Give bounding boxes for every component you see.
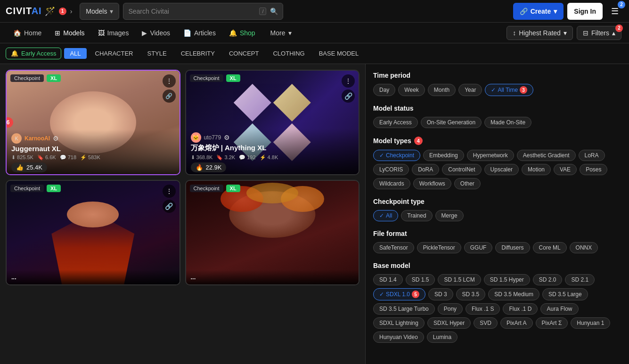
chip-sd35-large[interactable]: SD 3.5 Large — [542, 288, 588, 300]
chip-merge[interactable]: Merge — [435, 210, 464, 221]
chip-vae[interactable]: VAE — [554, 164, 577, 175]
chip-hypernetwork[interactable]: Hypernetwork — [467, 150, 514, 161]
chip-week[interactable]: Week — [398, 84, 425, 96]
chip-aesthetic-gradient[interactable]: Aesthetic Gradient — [517, 150, 576, 161]
tag-clothing[interactable]: CLOTHING — [267, 48, 310, 59]
sdxl-num-badge: 5 — [412, 291, 419, 298]
chip-hunyuan-video[interactable]: Hunyuan Video — [373, 332, 424, 343]
chip-month[interactable]: Month — [428, 84, 456, 96]
chip-trained[interactable]: Trained — [401, 210, 432, 221]
model-card-anything[interactable]: Checkpoint XL ⋮ 🔗 🐱 uto779 ⚙ 万象熔炉 | Anyt… — [185, 70, 360, 175]
filters-button[interactable]: ⊟ Filters 2 ▴ — [577, 26, 621, 40]
tag-base-model[interactable]: BASE MODEL — [313, 48, 365, 59]
chip-lora[interactable]: LoRA — [579, 150, 605, 161]
chip-poses[interactable]: Poses — [580, 164, 607, 175]
nav-arrow-icon[interactable]: › — [70, 8, 73, 15]
chip-sdxl10[interactable]: ✓ SDXL 1.0 5 — [373, 288, 425, 300]
chip-dora[interactable]: DoRA — [412, 164, 439, 175]
chip-aura-flow[interactable]: Aura Flow — [540, 303, 578, 315]
chip-all-checkpoint[interactable]: ✓ All — [373, 210, 398, 221]
chip-core-ml[interactable]: Core ML — [533, 242, 567, 253]
chip-workflows[interactable]: Workflows — [413, 178, 451, 189]
chip-upscaler[interactable]: Upscaler — [484, 164, 519, 175]
tag-all[interactable]: ALL — [64, 48, 86, 59]
chip-lycoris[interactable]: LyCORIS — [373, 164, 409, 175]
chip-safetensor[interactable]: SafeTensor — [373, 242, 414, 253]
chip-sd15[interactable]: SD 1.5 — [406, 274, 435, 285]
chip-flux1s[interactable]: Flux .1 S — [466, 303, 500, 315]
card-menu-button[interactable]: ⋮ — [163, 74, 176, 88]
chip-on-site-gen[interactable]: On-Site Generation — [421, 117, 482, 128]
models-label: Models — [86, 8, 107, 15]
tag-character[interactable]: CHARACTER — [90, 48, 139, 59]
model-card-floral[interactable]: Checkpoint XL ... — [185, 180, 360, 285]
chip-sd35-medium[interactable]: SD 3.5 Medium — [488, 288, 539, 300]
nav-articles[interactable]: 📄 Articles — [178, 26, 221, 40]
chip-pickletensor[interactable]: PickleTensor — [417, 242, 461, 253]
search-input[interactable] — [128, 8, 255, 15]
chip-checkpoint[interactable]: ✓ Checkpoint — [373, 150, 420, 161]
chip-wildcards[interactable]: Wildcards — [373, 178, 410, 189]
tag-celebrity[interactable]: CELEBRITY — [175, 48, 221, 59]
nav-home[interactable]: 🏠 Home — [8, 26, 47, 40]
chip-pony[interactable]: Pony — [438, 303, 463, 315]
nav-videos[interactable]: ▶ Videos — [136, 26, 176, 40]
search-icon[interactable]: 🔍 — [270, 8, 278, 15]
logo[interactable]: CIVITAI 🪄 1 › — [6, 6, 72, 16]
nav-more[interactable]: More ▾ — [265, 26, 297, 40]
chip-all-time[interactable]: ✓ All Time 3 — [485, 84, 533, 96]
chip-sdxl-lightning[interactable]: SDXL Lightning — [373, 317, 425, 329]
chip-early-access[interactable]: Early Access — [373, 117, 418, 128]
chip-year[interactable]: Year — [458, 84, 482, 96]
chip-hunyuan1[interactable]: Hunyuan 1 — [571, 317, 610, 329]
checkpoint-type-chips: ✓ All Trained Merge — [373, 210, 621, 221]
early-access-tag[interactable]: 🔔 Early Access — [6, 48, 61, 59]
model-card-juggernaut[interactable]: Checkpoint XL ⋮ 🔗 K KarnooAI ⚙ Juggernau… — [6, 70, 180, 175]
chip-flux1d[interactable]: Flux .1 D — [503, 303, 538, 315]
card-lock-3[interactable]: 🔗 — [163, 200, 176, 213]
chip-pixart-sigma[interactable]: PixArt Σ — [536, 317, 568, 329]
sort-highest-rated[interactable]: ↕ Highest Rated ▾ — [506, 26, 573, 40]
nav-shop[interactable]: 🔔 Shop — [223, 26, 261, 40]
chip-embedding[interactable]: Embedding — [423, 150, 464, 161]
chip-sdxl-hyper[interactable]: SDXL Hyper — [427, 317, 471, 329]
chip-sd15-hyper[interactable]: SD 1.5 Hyper — [484, 274, 530, 285]
card-lock-icon[interactable]: 🔗 — [163, 89, 176, 103]
hamburger-menu-button[interactable]: ☰ 2 — [606, 3, 623, 20]
filters-chevron-icon: ▴ — [612, 29, 615, 37]
type-badge-3: Checkpoint — [10, 185, 44, 192]
chip-made-on-site[interactable]: Made On-Site — [484, 117, 531, 128]
chip-onnx[interactable]: ONNX — [570, 242, 598, 253]
chip-controlnet[interactable]: ControlNet — [442, 164, 481, 175]
model-card-eva[interactable]: Checkpoint XL ⋮ 🔗 ... — [6, 180, 180, 285]
card-like-button-2[interactable]: 🔥 22.9K — [191, 162, 227, 172]
chip-pixart-a[interactable]: PixArt A — [500, 317, 533, 329]
chip-sd15-lcm[interactable]: SD 1.5 LCM — [438, 274, 481, 285]
chip-other[interactable]: Other — [454, 178, 481, 189]
filter-badge: 2 — [615, 24, 623, 32]
chip-motion[interactable]: Motion — [522, 164, 551, 175]
models-dropdown[interactable]: Models ▾ — [80, 3, 119, 20]
chip-sd3[interactable]: SD 3 — [428, 288, 453, 300]
chip-sd20[interactable]: SD 2.0 — [533, 274, 563, 285]
tag-style[interactable]: STYLE — [141, 48, 172, 59]
sign-in-button[interactable]: Sign In — [567, 3, 603, 20]
chip-svd[interactable]: SVD — [474, 317, 498, 329]
comments-stat: 💬 718 — [60, 154, 76, 161]
chip-sd21[interactable]: SD 2.1 — [565, 274, 595, 285]
chip-gguf[interactable]: GGUF — [464, 242, 493, 253]
chip-sd35[interactable]: SD 3.5 — [456, 288, 486, 300]
chip-lumina[interactable]: Lumina — [427, 332, 457, 343]
create-button[interactable]: 🔗 Create ▾ — [513, 3, 564, 20]
chip-day[interactable]: Day — [373, 84, 395, 96]
chip-sd14[interactable]: SD 1.4 — [373, 274, 403, 285]
nav-models[interactable]: ⊞ Models — [49, 26, 90, 40]
videos-icon: ▶ — [142, 29, 147, 37]
chip-sd35-large-turbo[interactable]: SD 3.5 Large Turbo — [373, 303, 435, 315]
card-menu-button-2[interactable]: ⋮ — [342, 74, 355, 88]
card-like-button[interactable]: 👍 25.4K — [11, 162, 47, 172]
chip-diffusers[interactable]: Diffusers — [495, 242, 530, 253]
card-menu-button-3[interactable]: ⋮ — [163, 185, 176, 198]
nav-images[interactable]: 🖼 Images — [92, 26, 135, 40]
tag-concept[interactable]: CONCEPT — [223, 48, 265, 59]
